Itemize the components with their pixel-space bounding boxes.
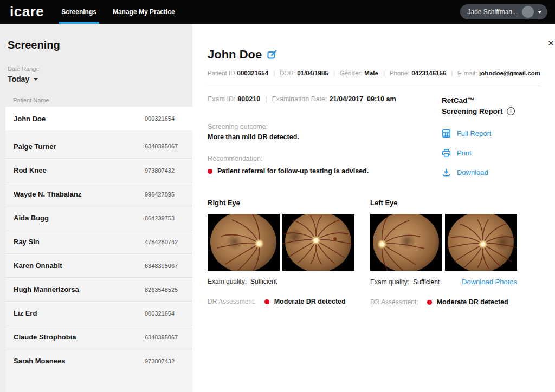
exam-quality-label: Exam quality: (208, 278, 247, 285)
patient-id: 000321654 (145, 115, 192, 122)
exam-info-line: Exam ID:800210Examination Date:21/04/201… (208, 95, 442, 103)
alert-dot-icon (264, 299, 269, 304)
patient-row[interactable]: Liz Erd 000321654 (5, 301, 192, 325)
download-link[interactable]: Download (442, 168, 488, 177)
patient-title: John Doe (208, 48, 262, 62)
patient-row[interactable]: Wayde N. Thabalanz 996427095 (5, 182, 192, 206)
exam-quality-value: Sufficient (250, 278, 277, 285)
alert-dot-icon (208, 169, 212, 174)
sidebar-title: Screening (8, 39, 192, 51)
alert-dot-icon (427, 300, 432, 305)
eye-title: Right Eye (208, 199, 354, 207)
patient-name: Wayde N. Thabalanz (14, 190, 145, 198)
patient-id: 6348395067 (145, 334, 192, 341)
patient-name: Ray Sin (14, 238, 145, 246)
retina-photo (282, 214, 354, 271)
user-menu[interactable]: Jade Schiffman... (460, 4, 548, 19)
patient-row[interactable]: Paige Turner 6348395067 (5, 134, 192, 158)
recommendation-label: Recommendation: (208, 155, 442, 162)
patient-row[interactable]: Hugh Mannerizorsa 8263548525 (5, 277, 192, 301)
patient-name-column-label: Patient Name (13, 97, 192, 103)
dr-assessment-label: DR Assessment: (208, 298, 256, 305)
screening-outcome-value: More than mild DR detected. (208, 133, 442, 141)
retina-photo (445, 214, 517, 271)
tab-label: Manage My Practice (113, 8, 175, 16)
patient-name: John Doe (14, 115, 145, 123)
patient-id: 973807432 (145, 358, 192, 364)
date-range-label: Date Range (8, 66, 192, 72)
patient-row[interactable]: Rod Knee 973807432 (5, 158, 192, 182)
retcad-subtitle: Screening Report (442, 106, 503, 117)
recommendation-value: Patient referral for follow-up testing i… (217, 167, 369, 175)
screening-sidebar: Screening Date Range Today Patient Name … (0, 24, 192, 392)
patient-name: Aida Bugg (14, 214, 145, 222)
avatar (522, 6, 534, 18)
retina-photo (370, 214, 442, 271)
chevron-down-icon (538, 11, 542, 14)
retina-photo (208, 214, 280, 271)
patient-row[interactable]: Sarah Moanees 973807432 (5, 349, 192, 373)
patient-row[interactable]: Ray Sin 4784280742 (5, 230, 192, 253)
dr-assessment-value: Moderate DR detected (437, 298, 508, 306)
patient-id: 000321654 (145, 310, 192, 317)
print-link[interactable]: Print (442, 148, 472, 158)
patient-name: Karen Onnabit (14, 262, 145, 270)
download-icon (442, 168, 451, 177)
patient-id: 996427095 (145, 191, 192, 198)
close-icon[interactable]: ✕ (545, 37, 555, 49)
patient-name: Sarah Moanees (14, 357, 145, 365)
patient-name: Hugh Mannerizorsa (14, 285, 145, 293)
edit-icon[interactable] (267, 50, 277, 60)
patient-name: Claude Strophobia (14, 333, 145, 341)
patient-id: 864239753 (145, 215, 192, 221)
patient-row[interactable]: Claude Strophobia 6348395067 (5, 325, 192, 349)
divider (208, 86, 540, 86)
patient-info-line: Patient ID000321654DOB:01/04/1985Gender:… (208, 70, 540, 76)
patient-id: 973807432 (145, 167, 192, 174)
top-nav: icare Screenings Manage My Practice Jade… (0, 0, 555, 24)
download-photos-link[interactable]: Download Photos (462, 278, 517, 286)
report-icon (442, 129, 451, 138)
patient-name: Liz Erd (14, 309, 145, 317)
patient-id: 4784280742 (145, 239, 192, 245)
date-range-value: Today (8, 75, 29, 83)
patient-id: 6348395067 (145, 143, 192, 149)
patient-name: Rod Knee (14, 166, 145, 174)
dr-assessment-value: Moderate DR detected (274, 298, 346, 305)
tab-label: Screenings (61, 8, 96, 16)
date-range-select[interactable]: Today (8, 75, 38, 83)
info-icon[interactable] (506, 107, 515, 116)
eye-title: Left Eye (370, 199, 517, 207)
dr-assessment-label: DR Assessment: (370, 298, 418, 306)
user-name: Jade Schiffman... (468, 8, 518, 16)
exam-quality-label: Exam quality: (370, 278, 409, 286)
tab-manage-my-practice[interactable]: Manage My Practice (112, 0, 176, 24)
chevron-down-icon (34, 78, 38, 81)
right-eye-section: Right Eye (208, 199, 354, 306)
patient-detail-panel: ✕ John Doe Patient ID000321654DOB:01/04/… (192, 24, 555, 392)
patient-id: 6348395067 (145, 263, 192, 269)
patient-list: John Doe 000321654 Paige Turner 63483950… (5, 107, 192, 392)
patient-id: 8263548525 (145, 286, 192, 293)
patient-row[interactable]: John Doe 000321654 (5, 107, 192, 130)
tab-screenings[interactable]: Screenings (60, 0, 98, 24)
screening-outcome-label: Screening outcome: (208, 123, 442, 130)
patient-name: Paige Turner (14, 142, 145, 151)
exam-quality-value: Sufficient (413, 278, 440, 286)
app-logo: icare (10, 4, 44, 18)
full-report-link[interactable]: Full Report (442, 129, 492, 138)
patient-row[interactable]: Karen Onnabit 6348395067 (5, 253, 192, 277)
retcad-title: RetCad™ (442, 95, 540, 106)
left-eye-section: Left Eye (370, 199, 517, 306)
patient-row[interactable]: Aida Bugg 864239753 (5, 206, 192, 230)
print-icon (442, 148, 451, 158)
